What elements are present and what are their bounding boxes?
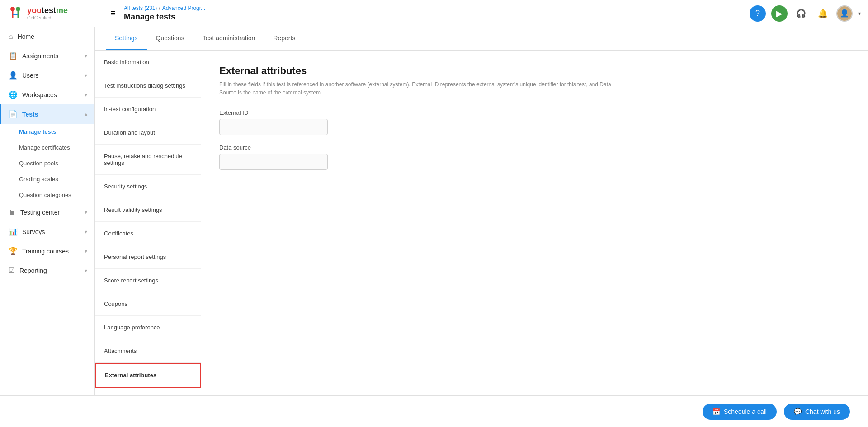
tab-settings[interactable]: Settings: [106, 27, 147, 50]
avatar-image: 👤: [837, 6, 852, 21]
sidebar-item-surveys[interactable]: 📊 Surveys ▾: [0, 222, 94, 241]
data-source-input[interactable]: [219, 154, 328, 170]
settings-menu-pause-retake[interactable]: Pause, retake and reschedule settings: [95, 145, 201, 175]
settings-menu-basic-information[interactable]: Basic information: [95, 51, 201, 74]
training-arrow: ▾: [85, 248, 87, 254]
sidebar-label-training-courses: Training courses: [22, 248, 80, 255]
external-id-input[interactable]: [219, 119, 328, 135]
workspaces-arrow: ▾: [85, 92, 87, 98]
data-source-group: Data source: [219, 144, 850, 170]
settings-menu-coupons[interactable]: Coupons: [95, 292, 201, 316]
settings-content: External attributes Fill in these fields…: [201, 51, 868, 427]
users-arrow: ▾: [85, 72, 87, 79]
play-icon: ▶: [776, 9, 783, 19]
section-title: External attributes: [219, 65, 850, 77]
sidebar-label-surveys: Surveys: [22, 228, 80, 235]
schedule-call-button[interactable]: 📅 Schedule a call: [703, 404, 777, 420]
settings-menu-in-test-config[interactable]: In-test configuration: [95, 98, 201, 121]
schedule-label: Schedule a call: [724, 408, 767, 415]
top-header: youtestme GetCertified ☰ All tests (231)…: [0, 0, 868, 27]
sidebar-sub-question-categories[interactable]: Question categories: [0, 187, 94, 203]
data-source-label: Data source: [219, 144, 850, 151]
sidebar-item-reporting[interactable]: ☑ Reporting ▾: [0, 261, 94, 280]
svg-point-1: [16, 7, 20, 11]
testing-center-arrow: ▾: [85, 209, 87, 216]
sidebar-item-workspaces[interactable]: 🌐 Workspaces ▾: [0, 85, 94, 104]
settings-menu-language-preference[interactable]: Language preference: [95, 316, 201, 339]
external-id-label: External ID: [219, 109, 850, 116]
bottom-bar: 📅 Schedule a call 💬 Chat with us: [0, 395, 868, 427]
sidebar-label-home: Home: [18, 33, 87, 40]
sidebar-label-workspaces: Workspaces: [22, 91, 80, 99]
training-icon: 🏆: [9, 247, 18, 255]
breadcrumb-current[interactable]: Advanced Progr...: [162, 5, 205, 11]
sidebar-sub-manage-certificates[interactable]: Manage certificates: [0, 140, 94, 155]
logo-you: you: [27, 6, 42, 15]
assignments-arrow: ▾: [85, 53, 87, 59]
settings-menu-security-settings[interactable]: Security settings: [95, 175, 201, 198]
settings-menu-external-attributes[interactable]: External attributes: [95, 363, 201, 388]
hamburger-button[interactable]: ☰: [108, 7, 118, 19]
settings-menu-score-report[interactable]: Score report settings: [95, 269, 201, 292]
surveys-icon: 📊: [9, 227, 18, 236]
breadcrumb-area: All tests (231) / Advanced Progr... Mana…: [124, 5, 205, 22]
external-id-group: External ID: [219, 109, 850, 135]
breadcrumb-all-tests[interactable]: All tests (231): [124, 5, 157, 11]
settings-menu-certificates[interactable]: Certificates: [95, 222, 201, 245]
play-button[interactable]: ▶: [771, 5, 788, 22]
tab-reports[interactable]: Reports: [264, 27, 304, 50]
chat-icon: 💬: [794, 408, 802, 415]
sidebar-sub-manage-tests[interactable]: Manage tests: [0, 124, 94, 140]
logo-sub: GetCertified: [27, 15, 68, 20]
sidebar-item-testing-center[interactable]: 🖥 Testing center ▾: [0, 203, 94, 222]
chevron-down-icon[interactable]: ▾: [858, 10, 861, 17]
tab-questions[interactable]: Questions: [147, 27, 193, 50]
sidebar-item-assignments[interactable]: 📋 Assignments ▾: [0, 46, 94, 66]
sidebar-label-users: Users: [22, 72, 80, 79]
tab-test-administration[interactable]: Test administration: [193, 27, 264, 50]
breadcrumb: All tests (231) / Advanced Progr...: [124, 5, 205, 11]
headset-button[interactable]: 🎧: [793, 5, 809, 22]
sidebar: ⌂ Home 📋 Assignments ▾ 👤 Users ▾ 🌐 Works…: [0, 27, 95, 427]
breadcrumb-separator: /: [159, 5, 160, 11]
logo-text: youtestme GetCertified: [27, 6, 68, 20]
logo-brand: youtestme: [27, 6, 68, 14]
chat-button[interactable]: 💬 Chat with us: [784, 404, 850, 420]
settings-menu-attachments[interactable]: Attachments: [95, 339, 201, 363]
logo-me: me: [56, 6, 68, 15]
logo-test: test: [42, 6, 56, 15]
surveys-arrow: ▾: [85, 229, 87, 235]
sidebar-item-training-courses[interactable]: 🏆 Training courses ▾: [0, 241, 94, 261]
content-area: Settings Questions Test administration R…: [95, 27, 868, 427]
settings-menu-result-validity[interactable]: Result validity settings: [95, 198, 201, 222]
sidebar-label-assignments: Assignments: [22, 52, 80, 60]
tests-arrow: ▴: [85, 111, 87, 117]
help-button[interactable]: ?: [750, 5, 766, 22]
secondary-nav: Settings Questions Test administration R…: [95, 27, 868, 51]
reporting-icon: ☑: [9, 266, 15, 275]
headset-icon: 🎧: [796, 9, 806, 19]
settings-menu-test-instructions[interactable]: Test instructions dialog settings: [95, 74, 201, 98]
svg-point-0: [10, 7, 15, 11]
sidebar-sub-question-pools[interactable]: Question pools: [0, 155, 94, 171]
tests-icon: 📄: [9, 110, 18, 118]
avatar[interactable]: 👤: [836, 5, 853, 22]
users-icon: 👤: [9, 71, 18, 80]
settings-menu-personal-report[interactable]: Personal report settings: [95, 245, 201, 269]
notification-button[interactable]: 🔔: [815, 5, 831, 22]
sidebar-item-tests[interactable]: 📄 Tests ▴: [0, 104, 94, 124]
sidebar-item-users[interactable]: 👤 Users ▾: [0, 66, 94, 85]
reporting-arrow: ▾: [85, 267, 87, 274]
sidebar-item-home[interactable]: ⌂ Home: [0, 27, 94, 46]
assignments-icon: 📋: [9, 52, 18, 60]
sidebar-label-testing-center: Testing center: [20, 209, 80, 216]
settings-menu-duration-layout[interactable]: Duration and layout: [95, 121, 201, 145]
testing-center-icon: 🖥: [9, 208, 16, 216]
workspaces-icon: 🌐: [9, 90, 18, 99]
logo-area: youtestme GetCertified: [7, 5, 102, 22]
question-icon: ?: [755, 9, 760, 18]
section-description: Fill in these fields if this test is ref…: [219, 80, 626, 97]
sidebar-sub-grading-scales[interactable]: Grading scales: [0, 171, 94, 187]
settings-sidebar: Basic information Test instructions dial…: [95, 51, 201, 427]
page-title: Manage tests: [124, 12, 205, 22]
